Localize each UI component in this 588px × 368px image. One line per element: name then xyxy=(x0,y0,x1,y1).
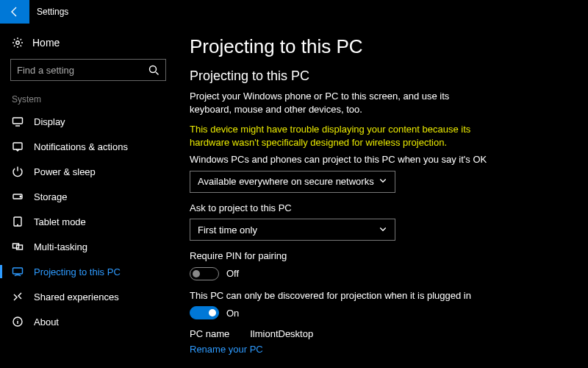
sidebar-item-label: About xyxy=(34,316,59,328)
search-icon xyxy=(148,64,159,76)
sidebar: Home Find a setting System Display Notif… xyxy=(0,24,176,368)
sidebar-item-about[interactable]: About xyxy=(0,309,176,334)
svg-rect-9 xyxy=(13,268,23,274)
section-description: Project your Windows phone or PC to this… xyxy=(190,90,484,116)
sidebar-item-projecting[interactable]: Projecting to this PC xyxy=(0,259,176,284)
section-title: Projecting to this PC xyxy=(190,68,569,84)
sidebar-item-power[interactable]: Power & sleep xyxy=(0,159,176,184)
sidebar-item-label: Projecting to this PC xyxy=(34,266,121,277)
rename-pc-link[interactable]: Rename your PC xyxy=(190,344,263,355)
info-icon xyxy=(12,316,24,328)
sidebar-item-label: Storage xyxy=(34,191,68,202)
back-button[interactable] xyxy=(0,0,29,24)
sidebar-item-display[interactable]: Display xyxy=(0,109,176,134)
display-icon xyxy=(12,116,24,127)
svg-rect-2 xyxy=(13,118,23,124)
tablet-icon xyxy=(12,216,24,227)
sidebar-item-notifications[interactable]: Notifications & actions xyxy=(0,134,176,159)
notifications-icon xyxy=(12,141,24,152)
sidebar-home[interactable]: Home xyxy=(0,32,176,56)
search-input[interactable]: Find a setting xyxy=(10,59,166,81)
sidebar-item-tablet[interactable]: Tablet mode xyxy=(0,209,176,234)
content: Projecting to this PC Projecting to this… xyxy=(176,24,588,368)
svg-rect-8 xyxy=(17,245,23,250)
chevron-down-icon xyxy=(379,224,387,236)
pin-label: Require PIN for pairing xyxy=(190,250,498,263)
sidebar-item-label: Notifications & actions xyxy=(34,141,128,152)
power-icon xyxy=(12,166,24,177)
svg-point-0 xyxy=(16,41,19,44)
discover-label: This PC can only be discovered for proje… xyxy=(190,289,498,302)
svg-point-1 xyxy=(150,66,157,73)
ask-select[interactable]: First time only xyxy=(190,219,395,241)
sidebar-home-label: Home xyxy=(32,37,60,49)
sidebar-item-multitasking[interactable]: Multi-tasking xyxy=(0,234,176,259)
sidebar-item-label: Shared experiences xyxy=(34,291,119,302)
sidebar-item-shared[interactable]: Shared experiences xyxy=(0,284,176,309)
arrow-left-icon xyxy=(9,6,21,18)
chevron-down-icon xyxy=(379,176,387,187)
app-title: Settings xyxy=(29,7,68,17)
pcname-value: IlmiontDesktop xyxy=(250,328,313,339)
pin-toggle[interactable] xyxy=(190,267,219,280)
shared-icon xyxy=(12,291,24,302)
storage-icon xyxy=(12,191,24,202)
sidebar-item-label: Display xyxy=(34,116,65,127)
availability-label: Windows PCs and phones can project to th… xyxy=(190,153,498,166)
svg-point-5 xyxy=(20,196,21,197)
hardware-warning: This device might have trouble displayin… xyxy=(190,123,498,149)
discover-state: On xyxy=(226,308,239,319)
search-placeholder: Find a setting xyxy=(17,65,148,76)
titlebar: Settings xyxy=(0,0,588,24)
sidebar-item-label: Tablet mode xyxy=(34,216,86,227)
svg-rect-7 xyxy=(13,244,19,248)
discover-toggle[interactable] xyxy=(190,306,219,319)
sidebar-item-label: Multi-tasking xyxy=(34,241,87,252)
pcname-label: PC name xyxy=(190,328,229,339)
availability-value: Available everywhere on secure networks xyxy=(198,176,374,187)
availability-select[interactable]: Available everywhere on secure networks xyxy=(190,171,395,193)
gear-icon xyxy=(12,37,24,49)
page-title: Projecting to this PC xyxy=(190,35,569,58)
ask-label: Ask to project to this PC xyxy=(190,202,498,215)
svg-rect-3 xyxy=(13,143,22,149)
sidebar-category: System xyxy=(0,91,176,109)
projecting-icon xyxy=(12,266,24,277)
sidebar-item-storage[interactable]: Storage xyxy=(0,184,176,209)
pin-state: Off xyxy=(226,268,239,279)
sidebar-item-label: Power & sleep xyxy=(34,166,96,177)
ask-value: First time only xyxy=(198,224,257,236)
multitask-icon xyxy=(12,241,24,252)
